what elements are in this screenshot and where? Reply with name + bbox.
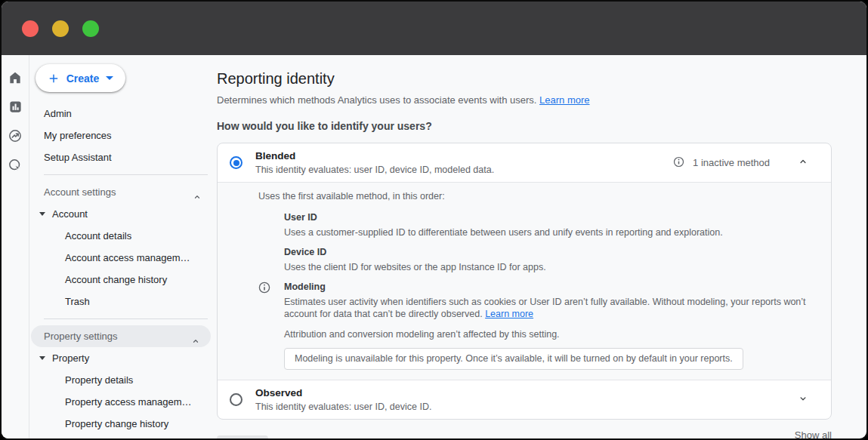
option-blended[interactable]: Blended This identity evaluates: user ID…	[218, 143, 831, 182]
info-icon	[258, 282, 270, 320]
home-icon[interactable]	[8, 70, 23, 85]
option-observed-title: Observed	[255, 387, 778, 398]
modeling-learn-more-link[interactable]: Learn more	[485, 309, 533, 319]
section-account-settings-label: Account settings	[44, 186, 116, 198]
admin-sidebar: Create Admin My preferences Setup Assist…	[29, 55, 217, 438]
chevron-up-icon	[191, 331, 200, 353]
sidebar-item-property-change-history[interactable]: Property change history	[29, 413, 217, 435]
sidebar-item-property-access-management[interactable]: Property access managem…	[29, 391, 217, 413]
traffic-lights	[22, 20, 99, 37]
section-account-settings[interactable]: Account settings	[29, 181, 217, 203]
inactive-method-note: 1 inactive method	[693, 157, 770, 168]
sidebar-item-account-label: Account	[52, 208, 88, 220]
method-device-id: Device ID Uses the client ID for website…	[284, 247, 819, 273]
create-button-label: Create	[66, 72, 100, 85]
minimize-window-button[interactable]	[52, 20, 69, 37]
modeling-note: Attribution and conversion modeling aren…	[284, 329, 819, 340]
page-title: Reporting identity	[217, 70, 832, 88]
option-blended-description: This identity evaluates: user ID, device…	[255, 165, 673, 175]
method-user-id: User ID Uses a customer-supplied ID to d…	[284, 212, 819, 238]
nav-rail	[2, 55, 29, 438]
create-button[interactable]: Create	[36, 64, 125, 92]
reporting-identity-card: Blended This identity evaluates: user ID…	[217, 143, 832, 420]
method-device-id-description: Uses the client ID for websites or the a…	[284, 261, 819, 273]
app-window: Create Admin My preferences Setup Assist…	[0, 0, 868, 440]
blended-expanded-panel: Uses the first available method, in this…	[218, 182, 831, 380]
expand-chevron-down-icon[interactable]	[798, 393, 808, 406]
method-modeling-description: Estimates user activity when identifiers…	[284, 296, 819, 320]
sidebar-item-setup-assistant[interactable]: Setup Assistant	[29, 146, 217, 168]
method-modeling-name: Modeling	[284, 282, 819, 293]
page-subtitle-text: Determines which methods Analytics uses …	[217, 94, 536, 106]
zoom-window-button[interactable]	[82, 20, 99, 37]
main-content: Reporting identity Determines which meth…	[217, 55, 866, 438]
explore-icon[interactable]	[8, 128, 23, 143]
blended-intro: Uses the first available method, in this…	[258, 191, 819, 202]
show-all-button[interactable]: Show all	[795, 429, 832, 440]
radio-blended[interactable]	[230, 156, 242, 169]
modeling-unavailable-notice: Modeling is unavailable for this propert…	[284, 348, 743, 370]
method-user-id-description: Uses a customer-supplied ID to different…	[284, 226, 819, 238]
sidebar-item-property-label: Property	[52, 352, 89, 364]
observed-header-right	[778, 393, 808, 406]
section-property-settings[interactable]: Property settings	[31, 325, 211, 347]
info-icon	[673, 156, 684, 170]
plus-icon	[48, 72, 60, 85]
option-observed[interactable]: Observed This identity evaluates: user I…	[218, 380, 831, 419]
caret-down-icon	[39, 356, 45, 360]
sidebar-nav: Admin My preferences Setup Assistant Acc…	[29, 103, 217, 438]
section-property-settings-label: Property settings	[44, 331, 118, 342]
save-button[interactable]: Save	[217, 435, 268, 440]
sidebar-item-account-details[interactable]: Account details	[29, 225, 217, 247]
sidebar-item-property-details[interactable]: Property details	[29, 369, 217, 391]
reports-icon[interactable]	[8, 100, 23, 114]
app-body: Create Admin My preferences Setup Assist…	[2, 55, 866, 438]
identity-question: How would you like to identify your user…	[217, 120, 832, 132]
sidebar-item-account-access-management[interactable]: Account access managem…	[29, 247, 217, 269]
sidebar-divider	[44, 318, 208, 319]
radio-observed[interactable]	[230, 393, 242, 406]
sidebar-item-my-preferences[interactable]: My preferences	[29, 125, 217, 146]
chevron-up-icon	[193, 187, 202, 209]
option-blended-text: Blended This identity evaluates: user ID…	[255, 150, 673, 175]
method-modeling-description-text: Estimates user activity when identifiers…	[284, 297, 806, 319]
caret-down-icon	[39, 212, 45, 216]
sidebar-item-scheduled-emails[interactable]: Scheduled emails	[29, 435, 217, 438]
sidebar-item-admin[interactable]: Admin	[29, 103, 217, 125]
method-modeling-body: Modeling Estimates user activity when id…	[284, 282, 819, 320]
close-window-button[interactable]	[22, 20, 39, 37]
method-user-id-name: User ID	[284, 212, 819, 223]
sidebar-item-account-change-history[interactable]: Account change history	[29, 269, 217, 291]
window-titlebar	[2, 2, 866, 55]
sidebar-item-trash[interactable]: Trash	[29, 291, 217, 312]
actions-area: Show all Save Cancel	[217, 420, 832, 440]
chevron-down-icon	[106, 76, 113, 80]
learn-more-link[interactable]: Learn more	[539, 94, 589, 106]
sidebar-item-property[interactable]: Property	[29, 347, 217, 369]
option-observed-text: Observed This identity evaluates: user I…	[255, 387, 778, 412]
option-observed-description: This identity evaluates: user ID, device…	[255, 402, 778, 412]
method-device-id-name: Device ID	[284, 247, 819, 258]
sidebar-item-account[interactable]: Account	[29, 203, 217, 225]
page-subtitle: Determines which methods Analytics uses …	[217, 94, 832, 106]
method-modeling: Modeling Estimates user activity when id…	[258, 282, 819, 320]
advertising-icon[interactable]	[8, 158, 23, 173]
collapse-chevron-up-icon[interactable]	[798, 156, 808, 169]
blended-header-right: 1 inactive method	[673, 156, 808, 170]
sidebar-divider	[44, 174, 208, 175]
option-blended-title: Blended	[255, 150, 673, 162]
